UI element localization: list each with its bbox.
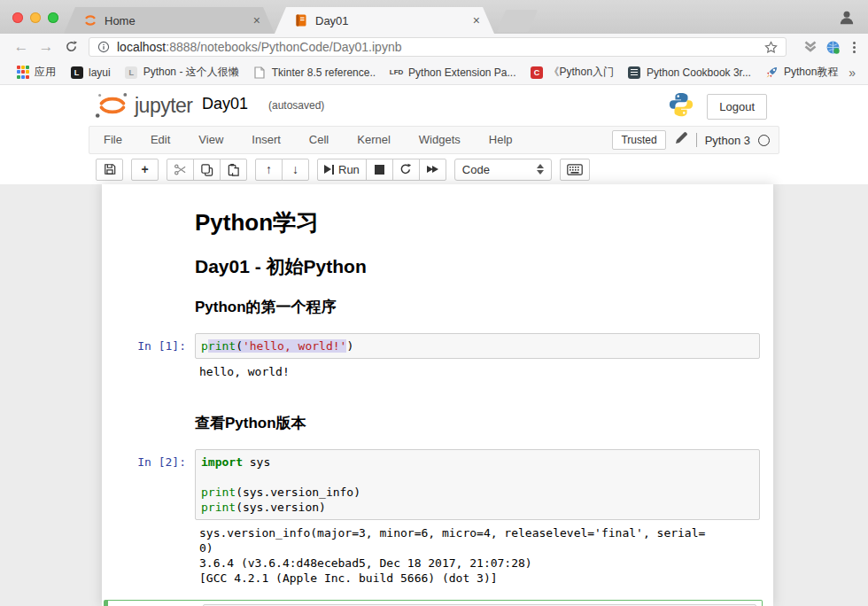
bookmark-apps[interactable]: 应用 — [9, 65, 63, 80]
move-cell-up-button[interactable]: ↑ — [255, 159, 283, 181]
menu-help[interactable]: Help — [475, 127, 527, 153]
heading-check-version: 查看Python版本 — [195, 413, 756, 433]
save-button[interactable] — [96, 159, 123, 181]
tab-title: Home — [105, 14, 250, 27]
notebook-title[interactable]: Day01 — [202, 95, 248, 113]
code-cell-3-selected[interactable]: In [ ]: — [104, 600, 763, 606]
tab-close-icon[interactable]: × — [250, 13, 264, 27]
bookmark-tkinter[interactable]: Tkinter 8.5 reference.. — [246, 66, 383, 79]
input-prompt: In [2]: — [102, 449, 195, 520]
browser-window: Home × Day01 × ← → — [0, 0, 868, 606]
url-path: :8888/notebooks/PythonCode/Day01.ipynb — [166, 40, 401, 54]
markdown-cell-version[interactable]: 查看Python版本 — [102, 413, 773, 433]
new-tab-button[interactable] — [497, 10, 538, 32]
bookmark-layui[interactable]: L layui — [63, 66, 118, 79]
browser-menu-icon[interactable] — [849, 42, 859, 53]
back-icon[interactable]: ← — [9, 35, 34, 59]
markdown-cell-title[interactable]: Python学习 Day01 - 初始Python Python的第一个程序 — [102, 207, 773, 317]
command-palette-button[interactable] — [560, 159, 590, 181]
bookmark-cookbook[interactable]: Python Cookbook 3r... — [621, 66, 758, 79]
python-logo-icon — [668, 91, 694, 121]
notebook-container: Python学习 Day01 - 初始Python Python的第一个程序 I… — [102, 184, 773, 606]
heading-first-program: Python的第一个程序 — [195, 297, 756, 317]
page-favicon — [253, 66, 267, 79]
url-host: localhost — [117, 40, 166, 54]
trusted-button[interactable]: Trusted — [612, 130, 665, 150]
heading-python-study: Python学习 — [195, 207, 756, 238]
tab-close-icon[interactable]: × — [469, 13, 484, 27]
run-cell-button[interactable]: Run — [317, 159, 367, 181]
add-cell-button[interactable]: + — [131, 159, 159, 181]
arrow-down-icon: ↓ — [292, 162, 298, 176]
menu-kernel[interactable]: Kernel — [343, 127, 405, 153]
window-close-button[interactable] — [12, 12, 23, 23]
jupyter-logo[interactable]: jupyter — [92, 90, 193, 120]
bookmark-label: 《Python入门 — [549, 65, 614, 80]
tab-title: Day01 — [315, 14, 469, 27]
bookmark-label: layui — [89, 66, 111, 79]
code-cell-1[interactable]: In [1]: print('hello, world!') hello, wo… — [102, 333, 773, 383]
bookmark-python-extension[interactable]: LFD Python Extension Pa... — [383, 66, 523, 79]
bookmarks-overflow-icon[interactable]: » — [849, 66, 859, 80]
cut-cell-button[interactable] — [167, 159, 194, 181]
rocket-favicon — [765, 66, 779, 79]
code-editor[interactable]: import sys print(sys.version_info)print(… — [195, 449, 760, 520]
code-cell-2[interactable]: In [2]: import sys print(sys.version_inf… — [102, 449, 773, 589]
window-zoom-button[interactable] — [48, 12, 58, 23]
globe-extension-icon[interactable] — [825, 40, 841, 55]
lfd-favicon: LFD — [390, 68, 404, 76]
bookmark-label: Python教程 — [784, 65, 838, 80]
paste-icon — [227, 163, 240, 176]
output-prompt — [102, 359, 195, 383]
reload-icon[interactable] — [58, 35, 83, 59]
save-icon — [104, 163, 116, 175]
jupyter-header: jupyter Day01 (autosaved) Logout — [0, 85, 868, 126]
divider — [696, 133, 697, 147]
window-minimize-button[interactable] — [30, 12, 41, 23]
cell-type-select[interactable]: Code — [454, 159, 552, 181]
select-arrows-icon — [537, 164, 544, 175]
menu-widgets[interactable]: Widgets — [405, 127, 475, 153]
forward-icon[interactable]: → — [34, 35, 58, 59]
heading-day01: Day01 - 初始Python — [195, 254, 756, 279]
menu-file[interactable]: File — [89, 127, 136, 153]
letter-l-favicon: L — [125, 66, 137, 79]
apps-grid-icon — [16, 66, 29, 79]
autosave-status: (autosaved) — [268, 99, 324, 112]
chevron-down-extension-icon[interactable] — [803, 41, 818, 53]
jupyter-favicon-icon — [83, 13, 97, 27]
bookmark-python-tutorial[interactable]: Python教程 — [758, 65, 845, 80]
pencil-icon[interactable] — [674, 131, 688, 149]
url-field[interactable]: localhost:8888/notebooks/PythonCode/Day0… — [89, 37, 787, 57]
tab-day01[interactable]: Day01 × — [275, 7, 494, 34]
arrow-up-icon: ↑ — [266, 162, 272, 176]
output-prompt — [102, 520, 195, 589]
restart-run-all-button[interactable] — [419, 159, 446, 181]
stop-icon — [375, 165, 384, 175]
menu-cell[interactable]: Cell — [295, 127, 343, 153]
copy-cell-button[interactable] — [193, 159, 221, 181]
bookmark-star-icon[interactable] — [764, 41, 778, 54]
logout-button[interactable]: Logout — [707, 94, 767, 120]
tab-home[interactable]: Home × — [64, 7, 275, 34]
cell-type-value: Code — [462, 163, 490, 176]
bookmark-label: Python Extension Pa... — [408, 66, 515, 79]
site-info-icon[interactable] — [97, 41, 110, 53]
menu-view[interactable]: View — [184, 127, 237, 153]
paste-cell-button[interactable] — [220, 159, 247, 181]
code-editor[interactable]: print('hello, world!') — [195, 333, 760, 359]
menu-edit[interactable]: Edit — [136, 127, 184, 153]
output-text: hello, world! — [199, 364, 756, 379]
profile-icon[interactable] — [838, 9, 856, 27]
bookmark-python-blog[interactable]: L Python - 这个人很懒 — [118, 65, 246, 80]
move-cell-down-button[interactable]: ↓ — [282, 159, 309, 181]
kernel-name: Python 3 — [705, 134, 750, 147]
bookmarks-bar: 应用 L layui L Python - 这个人很懒 Tkinter 8.5 … — [0, 60, 868, 85]
restart-kernel-button[interactable] — [392, 159, 420, 181]
bookmark-python-intro[interactable]: C 《Python入门 — [523, 65, 621, 80]
bookmark-label: 应用 — [35, 65, 56, 80]
copy-icon — [200, 163, 213, 176]
menu-insert[interactable]: Insert — [237, 127, 295, 153]
interrupt-kernel-button[interactable] — [366, 159, 393, 181]
bookmark-label: Python - 这个人很懒 — [143, 65, 239, 80]
